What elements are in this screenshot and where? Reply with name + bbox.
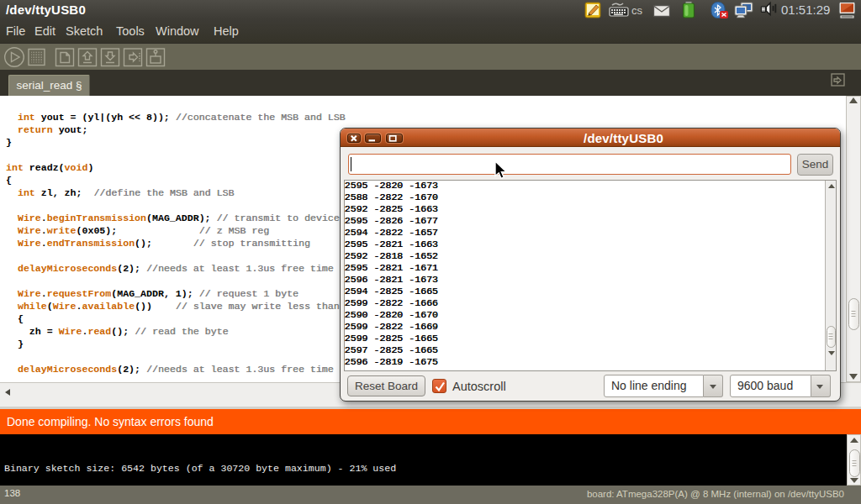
- svg-text:cs: cs: [631, 4, 643, 17]
